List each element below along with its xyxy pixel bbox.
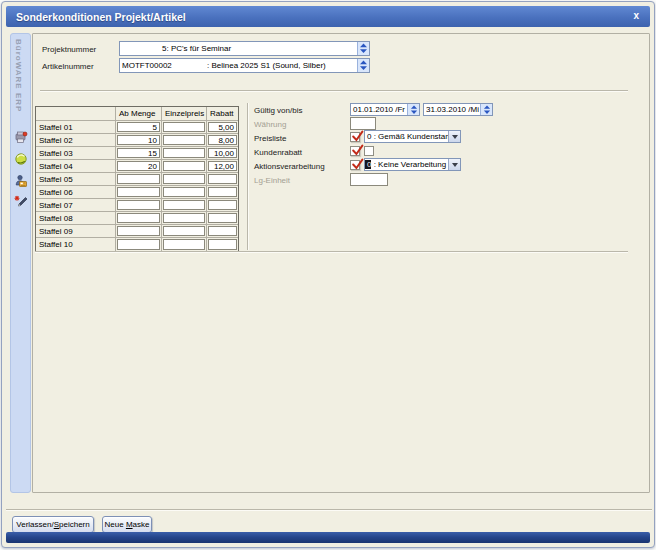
ab-menge-input[interactable]: 20 [117,161,160,171]
panel-divider [247,103,249,250]
title-bar: Sonderkonditionen Projekt/Artikel x [6,6,650,27]
button-text: Verlassen/ [16,520,53,529]
gueltig-bis-spinner-icon[interactable] [480,104,492,115]
rabatt-input[interactable]: 12,00 [208,161,237,171]
row-label: Staffel 03 [36,147,116,160]
artikelnummer-desc: : Belinea 2025 S1 (Sound, Silber) [205,61,326,70]
button-text: peichern [59,520,90,529]
verlassen-speichern-button[interactable]: Verlassen/Speichern [12,516,94,533]
waehrung-label: Währung [254,120,286,129]
ab-menge-input[interactable]: 5 [117,122,160,132]
einzelpreis-input[interactable] [163,122,205,132]
einzelpreis-input[interactable] [163,148,205,158]
einzelpreis-input[interactable] [163,213,205,223]
staffel-table: Ab Menge Einzelpreis Rabatt Staffel 01 5… [35,106,239,252]
projektnummer-spinner-icon[interactable] [357,42,369,55]
artikelnummer-field[interactable]: MOTFT00002 : Belinea 2025 S1 (Sound, Sil… [119,58,370,73]
einzelpreis-input[interactable] [163,161,205,171]
table-bottom-divider [35,251,628,253]
rabatt-input[interactable] [208,239,237,250]
rabatt-input[interactable] [208,200,237,210]
ab-menge-input[interactable] [117,213,160,223]
artikelnummer-label: Artikelnummer [42,62,94,71]
button-text: aske [133,520,150,529]
rabatt-input[interactable]: 8,00 [208,135,237,145]
window-title: Sonderkonditionen Projekt/Artikel [6,11,186,23]
preisliste-active-checkbox[interactable] [350,132,360,142]
row-label: Staffel 01 [36,121,116,134]
window-bottom-frame [6,532,650,543]
preisliste-chevron-down-icon[interactable] [448,131,460,142]
section-divider [40,90,628,92]
button-mnemonic: M [126,520,133,529]
table-row: Staffel 06 [36,186,238,199]
aktionsverarbeitung-active-checkbox[interactable] [350,160,360,170]
rabatt-input[interactable] [208,187,237,197]
table-row: Staffel 09 [36,225,238,238]
einzelpreis-input[interactable] [163,239,205,250]
header-empty [36,107,116,121]
kundenrabatt-value-checkbox[interactable] [364,146,374,156]
ab-menge-input[interactable]: 15 [117,148,160,158]
rabatt-input[interactable] [208,213,237,223]
gueltig-label: Gültig von/bis [254,106,302,115]
aktionsverarbeitung-chevron-down-icon[interactable] [448,159,460,170]
rabatt-input[interactable]: 10,00 [208,148,237,158]
ab-menge-input[interactable] [117,226,160,236]
row-label: Staffel 10 [36,238,116,251]
brand-vertical-label: BüroWARE ERP [14,39,23,112]
gueltig-bis-field[interactable]: 31.03.2010 /Mi [423,103,493,116]
sidebar: BüroWARE ERP [10,33,31,493]
neue-maske-button[interactable]: Neue Maske [102,516,152,533]
preisliste-label: Preisliste [254,134,286,143]
header-ab-menge: Ab Menge [116,107,162,121]
kundenrabatt-label: Kundenrabatt [254,148,302,157]
einzelpreis-input[interactable] [163,200,205,210]
rabatt-input[interactable]: 5,00 [208,122,237,132]
user-card-icon[interactable] [14,174,28,188]
lg-einheit-input[interactable] [350,173,388,186]
close-icon[interactable]: x [633,9,639,23]
row-label: Staffel 05 [36,173,116,186]
gueltig-von-value: 01.01.2010 /Fr [351,105,405,114]
aktionsverarbeitung-label: Aktionsverarbeitung [254,162,325,171]
row-label: Staffel 08 [36,212,116,225]
aktionsverarbeitung-value: : Keine Verarbeitung [371,160,446,169]
button-text: Neue [105,520,126,529]
row-label: Staffel 04 [36,160,116,173]
aktionsverarbeitung-dropdown[interactable]: 0 : Keine Verarbeitung [364,158,461,171]
waehrung-input[interactable] [350,117,376,130]
printer-icon[interactable] [14,130,28,144]
einzelpreis-input[interactable] [163,174,205,184]
kundenrabatt-active-checkbox[interactable] [350,146,360,156]
gueltig-bis-value: 31.03.2010 /Mi [424,105,479,114]
row-label: Staffel 02 [36,134,116,147]
ab-menge-input[interactable] [117,174,160,184]
rabatt-input[interactable] [208,174,237,184]
table-row: Staffel 02 10 8,00 [36,134,238,147]
projektnummer-field[interactable]: 5: PC's für Seminar [119,41,370,56]
table-header-row: Ab Menge Einzelpreis Rabatt [36,107,238,121]
color-sphere-icon[interactable] [14,152,28,166]
rabatt-input[interactable] [208,226,237,236]
ab-menge-input[interactable] [117,200,160,210]
einzelpreis-input[interactable] [163,135,205,145]
projektnummer-value: 5: PC's für Seminar [120,44,231,53]
preisliste-dropdown[interactable]: 0 : Gemäß Kundenstamm [364,130,461,143]
einzelpreis-input[interactable] [163,187,205,197]
einzelpreis-input[interactable] [163,226,205,236]
ab-menge-input[interactable]: 10 [117,135,160,145]
lg-einheit-label: Lg-Einheit [254,176,290,185]
header-rabatt: Rabatt [207,107,238,121]
preisliste-value: 0 : Gemäß Kundenstamm [365,132,459,141]
artikelnummer-spinner-icon[interactable] [357,59,369,72]
gueltig-von-field[interactable]: 01.01.2010 /Fr [350,103,420,116]
projektnummer-label: Projektnummer [42,45,96,54]
screen: Sonderkonditionen Projekt/Artikel x Büro… [0,0,656,550]
ab-menge-input[interactable] [117,187,160,197]
content-panel [32,33,650,493]
ab-menge-input[interactable] [117,239,160,250]
gueltig-von-spinner-icon[interactable] [407,104,419,115]
pen-note-icon[interactable] [14,195,28,209]
row-label: Staffel 06 [36,186,116,199]
